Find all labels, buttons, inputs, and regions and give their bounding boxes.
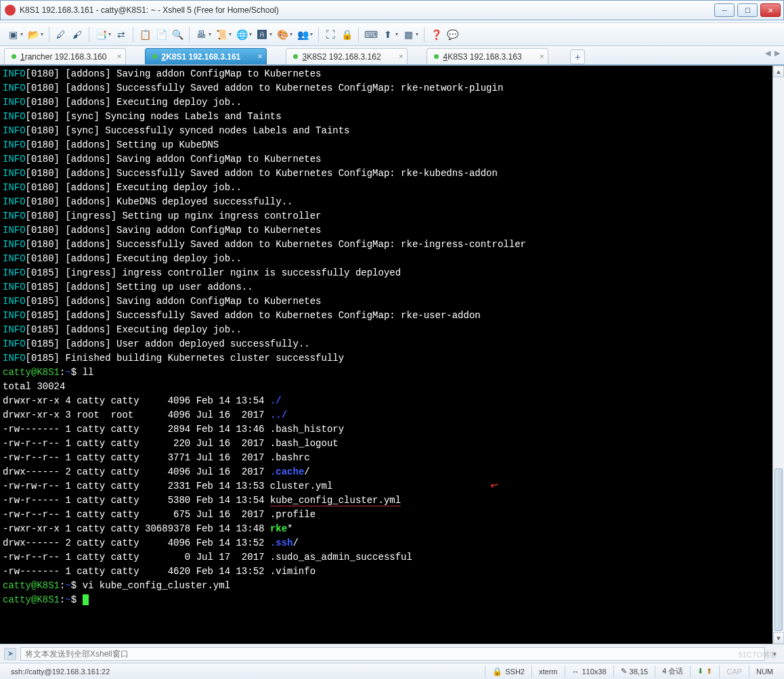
copy-icon[interactable]: 📋 (137, 27, 152, 42)
dropdown-icon[interactable]: ▾ (41, 31, 45, 37)
transfer-up-icon: ⬆ (706, 667, 712, 676)
status-dot-icon (152, 54, 157, 59)
lock-icon[interactable]: 🔒 (339, 27, 354, 42)
status-cap: CAP (719, 665, 749, 678)
upload-icon[interactable]: ⬆ (380, 27, 395, 42)
window-buttons: ─ ☐ ✕ (714, 3, 781, 17)
dropdown-icon[interactable]: ▾ (108, 31, 112, 37)
scroll-down-icon[interactable]: ▼ (773, 632, 784, 644)
status-pos: ✎ 38,15 (613, 665, 655, 678)
new-session-icon[interactable]: ▣ (5, 27, 20, 42)
keyboard-icon[interactable]: ⌨ (363, 27, 379, 42)
tab-nav: ◀ ▶ (765, 49, 780, 58)
status-ssh: 🔒SSH2 (485, 665, 531, 678)
dropdown-icon[interactable]: ▾ (416, 31, 420, 37)
tab-prev-icon[interactable]: ◀ (765, 49, 770, 58)
statusbar: ssh://catty@192.168.3.161:22 🔒SSH2 xterm… (0, 663, 784, 679)
watermark: 51CTO博客 (739, 650, 777, 660)
disconnect-icon[interactable]: 🖌 (70, 27, 85, 42)
chat-icon[interactable]: 💬 (445, 27, 460, 42)
status-term: xterm (531, 665, 565, 678)
status-dot-icon (12, 54, 16, 59)
cursor-icon: ✎ (621, 667, 627, 676)
cursor (83, 594, 89, 605)
session-tab[interactable]: 3 K8S2 192.168.3.162× (286, 48, 408, 64)
session-tab[interactable]: 2 K8S1 192.168.3.161× (145, 48, 267, 64)
dropdown-icon[interactable]: ▾ (310, 31, 314, 37)
window-title: K8S1 192.168.3.161 - catty@K8S1: ~ - Xsh… (20, 5, 714, 15)
users-icon[interactable]: 👥 (295, 27, 310, 42)
open-icon[interactable]: 📂 (26, 27, 41, 42)
status-updown: ⬇ ⬆ (690, 665, 719, 678)
properties-icon[interactable]: 📑 (93, 27, 108, 42)
status-sessions: 4 会话 (655, 665, 690, 678)
color-icon[interactable]: 🎨 (275, 27, 290, 42)
globe-icon[interactable]: 🌐 (234, 27, 249, 42)
minimize-button[interactable]: ─ (714, 3, 735, 17)
tabbar: 1 rancher 192.168.3.160×2 K8S1 192.168.3… (0, 46, 784, 65)
scrollbar: ▲ ▼ (772, 66, 784, 644)
font-icon[interactable]: 🅰 (255, 27, 269, 42)
tile-icon[interactable]: ▦ (401, 27, 416, 42)
dropdown-icon[interactable]: ▾ (249, 31, 253, 37)
fullscreen-icon[interactable]: ⛶ (323, 27, 338, 42)
scroll-up-icon[interactable]: ▲ (773, 66, 784, 77)
session-tab[interactable]: 4 K8S3 192.168.3.163× (427, 48, 548, 64)
session-tab[interactable]: 1 rancher 192.168.3.160× (4, 48, 126, 64)
dropdown-icon[interactable]: ▾ (290, 31, 294, 37)
sendbar: ➤ ▾ (0, 644, 784, 663)
terminal[interactable]: INFO[0180] [addons] Saving addon ConfigM… (0, 66, 772, 644)
add-tab-button[interactable]: + (570, 49, 585, 64)
dropdown-icon[interactable]: ▾ (229, 31, 233, 37)
paste-icon[interactable]: 📄 (154, 27, 169, 42)
tab-close-icon[interactable]: × (117, 52, 121, 60)
dropdown-icon[interactable]: ▾ (209, 31, 213, 37)
app-icon (5, 5, 16, 16)
tab-close-icon[interactable]: × (258, 52, 262, 60)
status-connection: ssh://catty@192.168.3.161:22 (4, 665, 485, 678)
dropdown-icon[interactable]: ▾ (269, 31, 274, 37)
resize-icon: ↔ (572, 667, 580, 676)
titlebar: K8S1 192.168.3.161 - catty@K8S1: ~ - Xsh… (0, 0, 784, 20)
print-icon[interactable]: 🖶 (194, 27, 209, 42)
help-icon[interactable]: ❓ (429, 27, 443, 42)
scroll-thumb[interactable] (775, 468, 783, 631)
send-input[interactable] (20, 647, 765, 661)
status-size: ↔ 110x38 (565, 665, 613, 678)
log-icon[interactable]: 📜 (214, 27, 229, 42)
toolbar: ▣▾ 📂▾ 🖊 🖌 📑▾ ⇄ 📋 📄 🔍 🖶▾ 📜▾ 🌐▾ 🅰▾ 🎨▾ 👥▾ ⛶… (0, 23, 784, 46)
find-icon[interactable]: 🔍 (170, 27, 185, 42)
tab-close-icon[interactable]: × (399, 52, 403, 60)
maximize-button[interactable]: ☐ (737, 3, 758, 17)
transfer-icon[interactable]: ⇄ (114, 27, 129, 42)
send-icon[interactable]: ➤ (4, 648, 16, 660)
tab-next-icon[interactable]: ▶ (775, 49, 780, 58)
terminal-wrap: INFO[0180] [addons] Saving addon ConfigM… (0, 65, 784, 644)
annotation-arrow-icon: ↙ (488, 476, 502, 492)
status-num: NUM (749, 665, 780, 678)
dropdown-icon[interactable]: ▾ (20, 31, 24, 37)
transfer-down-icon: ⬇ (697, 667, 703, 676)
tab-close-icon[interactable]: × (540, 52, 544, 60)
reconnect-icon[interactable]: 🖊 (53, 27, 68, 42)
dropdown-icon[interactable]: ▾ (395, 31, 399, 37)
scroll-track[interactable] (773, 77, 784, 632)
status-dot-icon (434, 54, 439, 59)
close-button[interactable]: ✕ (760, 3, 781, 17)
lock-status-icon: 🔒 (492, 667, 502, 676)
status-dot-icon (293, 54, 298, 59)
